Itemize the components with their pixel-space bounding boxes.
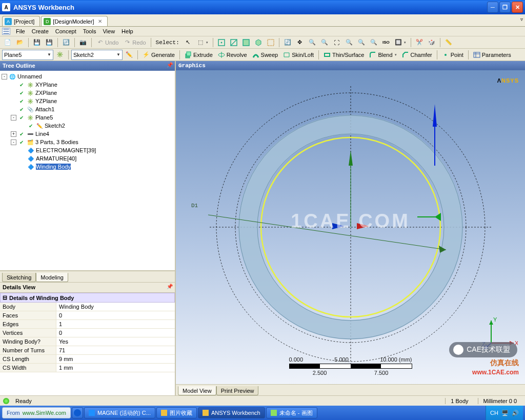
details-value[interactable]: 71 [56, 346, 175, 354]
menu-create[interactable]: Create [29, 27, 52, 35]
tree-label[interactable]: YZPlane [35, 98, 57, 104]
details-value[interactable]: 9 mm [56, 355, 175, 363]
tree-row[interactable]: -✔🗂️3 Parts, 3 Bodies [2, 138, 173, 146]
save-all-button[interactable]: 💾 [44, 37, 55, 48]
details-row[interactable]: BodyWinding Body [0, 303, 175, 311]
tab-model-view[interactable]: Model View [178, 386, 216, 395]
tree-row[interactable]: ✔✳️YZPlane [2, 97, 173, 105]
pan-button[interactable]: ✥ [294, 37, 306, 48]
tree-expand-icon[interactable]: - [2, 74, 7, 79]
iso-view-button[interactable]: ISO [380, 37, 392, 48]
image-button[interactable]: 📷 [77, 37, 89, 48]
details-group-header[interactable]: ⊟Details of Winding Body [0, 293, 175, 303]
details-row[interactable]: Vertices0 [0, 329, 175, 337]
tree-label[interactable]: ZXPlane [35, 90, 57, 96]
tree-row[interactable]: ✔✳️XYPlane [2, 81, 173, 89]
tree-label[interactable]: Sketch2 [45, 123, 65, 129]
blend-button[interactable]: Blend▾ [367, 50, 398, 60]
select-faces-button[interactable] [240, 37, 252, 48]
tree-row[interactable]: 🔷Winding Body [2, 163, 173, 171]
chamfer-button[interactable]: Chamfer [400, 50, 434, 60]
details-value[interactable]: Yes [56, 337, 175, 346]
pin-icon[interactable]: 📌 [167, 62, 173, 68]
tray-icon[interactable]: 🔊 [512, 410, 519, 416]
next-view-button[interactable]: 🔍 [368, 37, 379, 48]
tree-row[interactable]: -✔✳️Plane5 [2, 113, 173, 122]
select-bodies-button[interactable] [253, 37, 264, 48]
menu-concept[interactable]: Concept [52, 27, 79, 35]
details-value[interactable]: 1 mm [56, 364, 175, 372]
display-button[interactable]: 🔲▾ [393, 37, 408, 48]
thinsurface-button[interactable]: Thin/Surface [321, 50, 366, 60]
display-plane-button[interactable]: 🎲 [426, 37, 437, 48]
system-tray[interactable]: CH 🖥️ 🔊 [486, 406, 523, 420]
sketch-dropdown[interactable]: Sketch2 ▼ [71, 50, 123, 60]
tree-expand-icon[interactable]: - [11, 115, 16, 121]
tree-expand-icon[interactable]: - [11, 139, 16, 145]
undo-button[interactable]: ↶Undo [94, 37, 120, 48]
details-row[interactable]: CS Width1 mm [0, 364, 175, 372]
pin-icon[interactable]: 📌 [167, 284, 173, 289]
skinloft-button[interactable]: Skin/Loft [281, 50, 316, 60]
tree-label[interactable]: Plane5 [35, 114, 53, 121]
tree-label[interactable]: XYPlane [35, 82, 57, 88]
sweep-button[interactable]: Sweep [250, 50, 280, 60]
close-button[interactable]: ✕ [512, 2, 523, 13]
tray-icon[interactable]: 🖥️ [501, 410, 509, 416]
new-sketch-button[interactable]: ✏️ [124, 50, 135, 60]
details-value[interactable]: Winding Body [56, 303, 175, 311]
save-button[interactable]: 💾 [31, 37, 43, 48]
task-pictures[interactable]: 图片收藏 [156, 407, 197, 418]
tab-sketching[interactable]: Sketching [2, 273, 36, 282]
zoom-button[interactable]: 🔍 [307, 37, 318, 48]
refresh-button[interactable]: 🔃 [60, 37, 72, 48]
tree-row[interactable]: 🔷ELECTROMAGNET[39] [2, 146, 173, 154]
details-value[interactable]: 1 [56, 320, 175, 328]
tree-label[interactable]: Unnamed [17, 73, 42, 79]
box-select-button[interactable] [265, 37, 276, 48]
details-row[interactable]: CS Length9 mm [0, 355, 175, 364]
rotate-button[interactable]: 🔄 [282, 37, 293, 48]
details-value[interactable]: 0 [56, 329, 175, 337]
tree-label[interactable]: ELECTROMAGNET[39] [36, 147, 96, 153]
zoom-box-button[interactable]: 🔍 [319, 37, 330, 48]
point-button[interactable]: Point [440, 50, 466, 60]
maximize-button[interactable]: ❐ [499, 2, 511, 13]
ruler-button[interactable]: 📏 [443, 37, 454, 48]
menu-help[interactable]: Help [118, 27, 136, 35]
tab-close-icon[interactable]: ✕ [98, 18, 102, 24]
tree-label[interactable]: Attach1 [35, 106, 54, 112]
tree-label[interactable]: ARMATURE[40] [36, 155, 76, 162]
look-at-button[interactable]: ✂️ [414, 37, 425, 48]
select-arrow-button[interactable]: ↖ [183, 37, 194, 48]
open-button[interactable]: 📂 [14, 37, 26, 48]
tree-row[interactable]: +✔➖Line4 [2, 130, 173, 138]
tree-label[interactable]: Winding Body [36, 164, 71, 170]
tree-row[interactable]: ✔✳️ZXPlane [2, 89, 173, 97]
magnifier-button[interactable]: 🔍 [344, 37, 355, 48]
tree-label[interactable]: Line4 [35, 131, 49, 137]
task-paint[interactable]: 未命名 - 画图 [266, 407, 317, 418]
previous-view-button[interactable]: 🔍 [356, 37, 367, 48]
tab-print-preview[interactable]: Print Preview [216, 386, 259, 395]
details-row[interactable]: Faces0 [0, 311, 175, 320]
plane-dropdown[interactable]: Plane5 ▼ [2, 50, 53, 60]
details-grid[interactable]: ⊟Details of Winding Body BodyWinding Bod… [0, 293, 175, 395]
parameters-button[interactable]: Parameters [471, 50, 513, 60]
details-row[interactable]: Edges1 [0, 320, 175, 329]
tab-project[interactable]: A [Project] [2, 16, 40, 26]
generate-button[interactable]: ⚡Generate [140, 50, 177, 60]
select-edges-button[interactable] [228, 37, 239, 48]
menu-tools[interactable]: Tools [80, 27, 99, 35]
extrude-button[interactable]: Extrude [183, 50, 215, 60]
details-row[interactable]: Winding Body?Yes [0, 337, 175, 346]
revolve-button[interactable]: Revolve [216, 50, 249, 60]
new-plane-button[interactable]: ✳️ [54, 50, 66, 60]
select-points-button[interactable] [216, 37, 227, 48]
graphics-viewport[interactable]: ΛNSYS [176, 70, 525, 384]
tree-row[interactable]: -🌐Unnamed [2, 72, 173, 81]
tree-outline-panel[interactable]: -🌐Unnamed✔✳️XYPlane✔✳️ZXPlane✔✳️YZPlane✔… [0, 71, 175, 271]
tray-lang[interactable]: CH [490, 410, 498, 416]
tree-label[interactable]: 3 Parts, 3 Bodies [35, 139, 78, 145]
tree-row[interactable]: 🔷ARMATURE[40] [2, 154, 173, 163]
